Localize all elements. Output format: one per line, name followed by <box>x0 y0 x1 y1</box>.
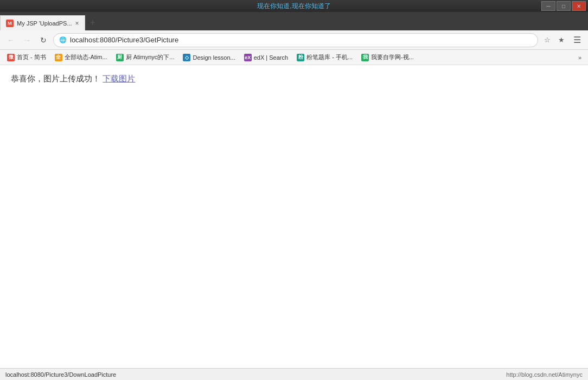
maximize-button[interactable]: □ <box>557 1 571 11</box>
bookmark-label-3: Design lesson... <box>193 54 235 61</box>
tab-label: My JSP 'UploadPS... <box>17 20 72 27</box>
forward-button[interactable]: → <box>21 34 34 47</box>
page-icon: 🌐 <box>59 36 67 43</box>
reload-button[interactable]: ↻ <box>37 34 50 47</box>
bookmark-icon-1: 全 <box>55 54 62 61</box>
bookmark-item-4[interactable]: eX edX | Search <box>240 52 292 64</box>
minimize-button[interactable]: ─ <box>541 1 555 11</box>
address-bar: ← → ↻ 🌐 localhost:8080/Picture3/GetPictu… <box>0 30 588 50</box>
top-bar: 现在你知道,现在你知道了 ─ □ ✕ <box>0 0 588 12</box>
status-right-text: http://blog.csdn.net/Atimynyc <box>506 371 583 378</box>
bookmark-label-6: 我要自学网-视... <box>371 53 414 61</box>
bookmark-label-0: 首页 - 简书 <box>17 53 46 61</box>
download-link[interactable]: 下载图片 <box>103 74 135 83</box>
top-bar-title: 现在你知道,现在你知道了 <box>257 2 330 11</box>
bookmark-icon-6: 我 <box>361 54 369 61</box>
bookmark-icon-5: 粉 <box>297 54 304 61</box>
tab-bar: M My JSP 'UploadPS... × + <box>0 12 588 30</box>
bookmark-icon-0: 微 <box>7 54 15 61</box>
status-url: localhost:8080/Picture3/DownLoadPicture <box>5 371 116 378</box>
address-actions: ☆ ★ <box>541 34 567 46</box>
page-content: 恭喜你，图片上传成功！ 下载图片 <box>0 65 588 368</box>
status-bar: localhost:8080/Picture3/DownLoadPicture … <box>0 368 588 380</box>
bookmark-star-button[interactable]: ☆ <box>541 34 553 46</box>
bookmark-item-5[interactable]: 粉 粉笔题库 - 手机... <box>293 52 356 64</box>
bookmark-item-6[interactable]: 我 我要自学网-视... <box>357 52 418 64</box>
bookmark-label-4: edX | Search <box>254 54 288 61</box>
close-button[interactable]: ✕ <box>572 1 586 11</box>
bookmark-label-2: 厨 Atimynyc的下... <box>126 53 175 61</box>
chrome-menu-button[interactable]: ☰ <box>571 34 584 47</box>
active-tab[interactable]: M My JSP 'UploadPS... × <box>0 15 85 30</box>
bookmarks-bar: 微 首页 - 简书 全 全部动态-Atim... 厨 厨 Atimynyc的下.… <box>0 50 588 65</box>
bookmark-icon-4: eX <box>244 54 252 61</box>
bookmark-item-1[interactable]: 全 全部动态-Atim... <box>51 52 111 64</box>
bookmark-icon-3: ◇ <box>183 54 190 61</box>
back-button[interactable]: ← <box>4 34 17 47</box>
bookmark-item-3[interactable]: ◇ Design lesson... <box>179 52 239 64</box>
tab-close-button[interactable]: × <box>75 20 79 27</box>
success-message: 恭喜你，图片上传成功！ <box>11 74 100 83</box>
new-tab-button[interactable]: + <box>85 15 100 30</box>
bookmarks-more-button[interactable]: » <box>575 53 585 62</box>
bookmark-label-5: 粉笔题库 - 手机... <box>306 53 353 61</box>
bookmark-item-0[interactable]: 微 首页 - 简书 <box>3 52 50 64</box>
address-text: localhost:8080/Picture3/GetPicture <box>70 36 532 44</box>
browser-window: 现在你知道,现在你知道了 ─ □ ✕ M My JSP 'UploadPS...… <box>0 0 588 380</box>
bookmark-label-1: 全部动态-Atim... <box>65 53 107 61</box>
bookmark-icon-2: 厨 <box>116 54 124 61</box>
window-controls: ─ □ ✕ <box>541 1 586 11</box>
address-input-wrap[interactable]: 🌐 localhost:8080/Picture3/GetPicture <box>53 33 538 47</box>
bookmark-list-button[interactable]: ★ <box>555 34 567 46</box>
tab-favicon: M <box>6 20 14 27</box>
bookmark-item-2[interactable]: 厨 厨 Atimynyc的下... <box>112 52 178 64</box>
